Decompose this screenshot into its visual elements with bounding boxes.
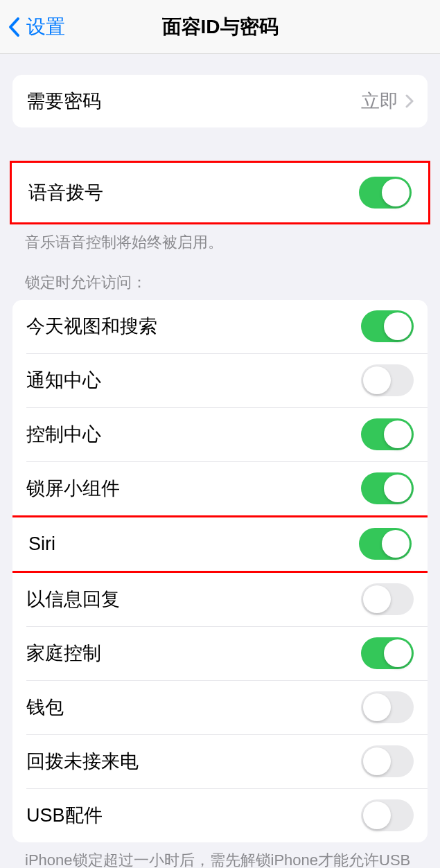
- wallet-row: 钱包: [12, 681, 428, 734]
- chevron-right-icon: [405, 94, 414, 108]
- home-control-toggle[interactable]: [361, 637, 414, 669]
- wallet-label: 钱包: [26, 695, 64, 720]
- return-calls-label: 回拨未接来电: [26, 749, 139, 774]
- back-label: 设置: [26, 14, 65, 40]
- return-calls-toggle[interactable]: [361, 745, 414, 777]
- usb-footer: iPhone锁定超过一小时后，需先解锁iPhone才能允许USB配件连接。: [0, 842, 440, 868]
- today-view-toggle[interactable]: [361, 310, 414, 342]
- lock-widgets-row: 锁屏小组件: [12, 462, 428, 515]
- control-center-toggle[interactable]: [361, 418, 414, 450]
- siri-label: Siri: [28, 533, 55, 555]
- control-center-label: 控制中心: [26, 422, 101, 447]
- wallet-toggle[interactable]: [361, 691, 414, 723]
- usb-accessories-toggle[interactable]: [361, 799, 414, 831]
- today-view-label: 今天视图和搜索: [26, 314, 157, 339]
- reply-message-row: 以信息回复: [12, 573, 428, 626]
- voice-dial-highlight: 语音拨号: [10, 161, 430, 224]
- voice-dial-label: 语音拨号: [28, 180, 103, 205]
- page-title: 面容ID与密码: [0, 14, 440, 40]
- siri-highlight: Siri: [12, 517, 428, 571]
- lock-access-header: 锁定时允许访问：: [0, 272, 440, 300]
- back-button[interactable]: 设置: [7, 14, 65, 40]
- reply-message-label: 以信息回复: [26, 587, 120, 612]
- notification-center-toggle[interactable]: [361, 364, 414, 396]
- navbar: 设置 面容ID与密码: [0, 0, 440, 54]
- siri-row: Siri: [12, 517, 428, 571]
- voice-dial-toggle[interactable]: [359, 177, 412, 209]
- notification-center-row: 通知中心: [12, 354, 428, 407]
- voice-dial-footer: 音乐语音控制将始终被启用。: [0, 224, 440, 253]
- chevron-left-icon: [7, 15, 21, 39]
- lock-widgets-label: 锁屏小组件: [26, 476, 120, 501]
- siri-toggle[interactable]: [359, 528, 412, 560]
- control-center-row: 控制中心: [12, 408, 428, 461]
- home-control-label: 家庭控制: [26, 641, 101, 666]
- require-passcode-group: 需要密码 立即: [12, 75, 428, 127]
- require-passcode-row[interactable]: 需要密码 立即: [12, 75, 428, 127]
- usb-accessories-label: USB配件: [26, 803, 103, 828]
- reply-message-toggle[interactable]: [361, 583, 414, 615]
- usb-accessories-row: USB配件: [12, 789, 428, 842]
- toggle-knob: [382, 179, 410, 206]
- return-calls-row: 回拨未接来电: [12, 735, 428, 788]
- lock-widgets-toggle[interactable]: [361, 472, 414, 504]
- voice-dial-row: 语音拨号: [12, 163, 428, 222]
- home-control-row: 家庭控制: [12, 627, 428, 680]
- lock-access-list: 今天视图和搜索 通知中心 控制中心 锁屏小组件 Siri: [12, 300, 428, 842]
- require-passcode-value: 立即: [361, 89, 398, 114]
- require-passcode-label: 需要密码: [26, 89, 101, 114]
- notification-center-label: 通知中心: [26, 368, 101, 393]
- today-view-row: 今天视图和搜索: [12, 300, 428, 353]
